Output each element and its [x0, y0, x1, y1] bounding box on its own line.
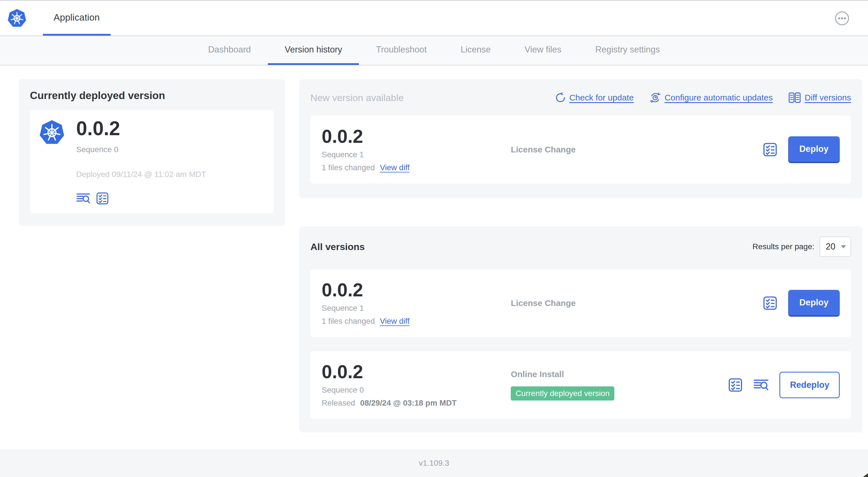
tab-dashboard[interactable]: Dashboard — [191, 36, 268, 65]
main-content: Currently deployed version 0.0.2 Sequenc… — [0, 65, 868, 433]
preflight-checklist-icon — [96, 192, 109, 205]
check-for-update-label: Check for update — [569, 93, 633, 102]
update-links: Check for update Configure automatic upd… — [555, 92, 851, 103]
tab-label: Troubleshoot — [376, 44, 427, 55]
tab-registry-settings[interactable]: Registry settings — [578, 36, 677, 65]
nav-tabbar: Dashboard Version history Troubleshoot L… — [0, 36, 868, 65]
released-label: Released — [322, 398, 355, 408]
preflight-checks-button[interactable] — [763, 142, 777, 157]
preflight-checklist-icon — [763, 142, 777, 157]
version-source: License Change — [511, 298, 763, 308]
version-sequence: Sequence 1 — [322, 150, 511, 159]
source-label: License Change — [511, 298, 576, 308]
view-diff-link[interactable]: View diff — [380, 163, 409, 172]
all-versions-card: All versions Results per page: 20 0.0.2 … — [299, 226, 862, 433]
diff-versions-link[interactable]: Diff versions — [788, 92, 851, 103]
tab-label: View files — [525, 44, 561, 55]
released-timestamp: 08/29/24 @ 03:18 pm MDT — [360, 398, 457, 408]
version-sequence: Sequence 1 — [322, 304, 511, 313]
source-label: License Change — [511, 145, 576, 154]
chevron-down-icon — [841, 245, 846, 248]
preflight-checks-button[interactable] — [96, 192, 109, 205]
preflight-checklist-icon — [763, 296, 777, 310]
redeploy-button[interactable]: Redeploy — [779, 372, 840, 398]
kubernetes-app-icon — [38, 119, 65, 147]
preflight-checklist-icon — [728, 378, 743, 392]
clock-sync-icon — [650, 92, 661, 103]
app-tab-application[interactable]: Application — [43, 1, 111, 35]
current-version-card: Currently deployed version 0.0.2 Sequenc… — [19, 79, 285, 226]
preflight-checks-button[interactable] — [728, 378, 743, 392]
configure-automatic-updates-label: Configure automatic updates — [664, 93, 773, 102]
current-deployed-timestamp: Deployed 09/11/24 @ 11:02 am MDT — [76, 170, 206, 179]
all-versions-title: All versions — [310, 241, 365, 252]
version-actions: Redeploy — [728, 372, 840, 398]
current-version-title: Currently deployed version — [30, 90, 274, 101]
version-info: 0.0.2 Sequence 0 Released 08/29/24 @ 03:… — [322, 362, 511, 408]
app-footer: v1.109.3 — [0, 449, 868, 477]
version-actions: Deploy — [763, 290, 840, 317]
overflow-menu-button[interactable] — [835, 11, 849, 26]
app-header: Application — [0, 1, 868, 36]
version-info: 0.0.2 Sequence 1 1 files changed View di… — [322, 127, 511, 172]
kubernetes-logo-icon — [7, 8, 27, 29]
deploy-button[interactable]: Deploy — [788, 290, 840, 317]
version-actions: Deploy — [763, 136, 840, 163]
view-deploy-logs-button[interactable] — [753, 378, 769, 392]
new-version-row: 0.0.2 Sequence 1 1 files changed View di… — [310, 116, 851, 183]
version-source: Online Install Currently deployed versio… — [511, 369, 728, 400]
check-for-update-link[interactable]: Check for update — [555, 93, 633, 103]
console-version: v1.109.3 — [419, 459, 449, 468]
view-deploy-logs-button[interactable] — [76, 192, 90, 205]
results-per-page-value: 20 — [826, 242, 835, 252]
all-versions-header: All versions Results per page: 20 — [310, 237, 851, 257]
tab-label: Version history — [285, 44, 342, 55]
configure-automatic-updates-link[interactable]: Configure automatic updates — [650, 92, 773, 103]
results-per-page-label: Results per page: — [752, 242, 814, 251]
files-changed: 1 files changed — [322, 163, 375, 172]
results-per-page-select[interactable]: 20 — [819, 237, 851, 257]
deploy-logs-icon — [76, 192, 90, 205]
tab-license[interactable]: License — [443, 36, 508, 65]
tab-label: Registry settings — [595, 44, 660, 55]
diff-versions-label: Diff versions — [805, 93, 851, 102]
current-version-actions — [76, 192, 206, 205]
tab-label: License — [461, 44, 491, 55]
version-number: 0.0.2 — [322, 127, 511, 146]
version-sequence: Sequence 0 — [322, 386, 511, 395]
version-number: 0.0.2 — [322, 362, 511, 381]
new-version-title: New version available — [310, 92, 404, 103]
version-info: 0.0.2 Sequence 1 1 files changed View di… — [322, 280, 511, 326]
tab-label: Dashboard — [208, 44, 251, 55]
refresh-icon — [555, 93, 565, 103]
results-per-page: Results per page: 20 — [752, 237, 851, 257]
current-version-number: 0.0.2 — [76, 119, 206, 138]
version-row: 0.0.2 Sequence 1 1 files changed View di… — [310, 269, 851, 337]
ellipsis-icon — [835, 11, 849, 26]
current-sequence: Sequence 0 — [76, 145, 206, 154]
version-history-column: New version available Check for update C… — [299, 79, 862, 433]
tab-view-files[interactable]: View files — [508, 36, 578, 65]
new-version-card: New version available Check for update C… — [299, 79, 862, 198]
currently-deployed-badge: Currently deployed version — [511, 386, 614, 400]
version-number: 0.0.2 — [322, 280, 511, 299]
preflight-checks-button[interactable] — [763, 296, 777, 310]
tab-version-history[interactable]: Version history — [268, 36, 359, 65]
diff-icon — [788, 92, 801, 103]
view-diff-link[interactable]: View diff — [380, 317, 409, 326]
files-changed: 1 files changed — [322, 317, 375, 326]
app-title: Application — [54, 12, 100, 23]
deploy-logs-icon — [753, 378, 769, 392]
current-version-detail: 0.0.2 Sequence 0 Deployed 09/11/24 @ 11:… — [30, 110, 274, 213]
version-row: 0.0.2 Sequence 0 Released 08/29/24 @ 03:… — [310, 351, 851, 419]
deploy-button[interactable]: Deploy — [788, 136, 840, 163]
source-label: Online Install — [511, 369, 564, 379]
version-source: License Change — [511, 145, 763, 154]
new-version-header: New version available Check for update C… — [310, 92, 851, 103]
tab-troubleshoot[interactable]: Troubleshoot — [359, 36, 443, 65]
